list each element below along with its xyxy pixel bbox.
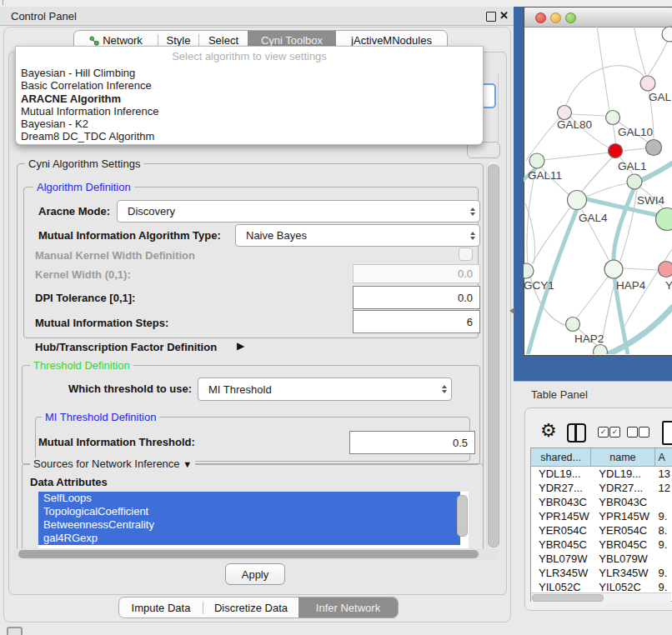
- which-threshold-combo[interactable]: MI Threshold: [198, 378, 452, 401]
- which-threshold-value: MI Threshold: [208, 383, 272, 396]
- algorithm-select-popup: Select algorithm to view settings Bayesi…: [15, 46, 484, 145]
- network-node-gal10[interactable]: [606, 111, 620, 125]
- node-label: GAL10: [618, 126, 653, 138]
- apply-button[interactable]: Apply: [225, 563, 285, 585]
- float-window-icon[interactable]: [486, 12, 496, 22]
- tab-label: Network: [103, 34, 143, 47]
- table-panel-title: Table Panel: [531, 388, 588, 401]
- table-row[interactable]: YBR043CYBR043C: [531, 495, 672, 509]
- data-attribute-item[interactable]: gal4RGexp: [38, 532, 460, 545]
- unchecked-pair-icon[interactable]: [639, 427, 649, 438]
- column-header-name[interactable]: name: [591, 448, 654, 466]
- table-cell: YPR145W: [591, 509, 654, 523]
- settings-hscrollbar-thumb[interactable]: [18, 550, 479, 558]
- close-icon[interactable]: ✕: [499, 9, 509, 22]
- table-hscrollbar-thumb[interactable]: [532, 594, 604, 602]
- gear-icon[interactable]: ⚙: [540, 420, 557, 442]
- panel-splitter-arrow-icon[interactable]: [509, 308, 514, 314]
- table-row[interactable]: YPR145WYPR145W9.: [531, 509, 672, 523]
- columns-icon[interactable]: [567, 423, 586, 442]
- table-cell: YBR043C: [591, 495, 654, 509]
- column-header-a[interactable]: A: [655, 448, 672, 466]
- network-node-hap4[interactable]: [604, 260, 623, 278]
- aracne-mode-label: Aracne Mode:: [38, 205, 110, 218]
- network-node[interactable]: [646, 140, 662, 156]
- network-window-titlebar[interactable]: [524, 8, 672, 28]
- algorithm-popup-item[interactable]: Mutual Information Inference: [16, 105, 483, 118]
- screen: Control Panel ✕ NetworkStyleSelectCyni T…: [0, 0, 672, 635]
- tab-label: Cyni Toolbox: [261, 34, 323, 47]
- node-label: SWI4: [637, 194, 664, 207]
- node-label: GAL1: [618, 160, 647, 172]
- threshold-definition-legend: Threshold Definition: [30, 359, 133, 372]
- aracne-mode-combo[interactable]: Discovery: [117, 200, 480, 222]
- table-cell: 9.: [655, 509, 672, 523]
- bottom-tab-infer-network[interactable]: Infer Network: [298, 598, 398, 618]
- network-node-gal1[interactable]: [609, 144, 623, 158]
- data-attribute-item[interactable]: BetweennessCentrality: [38, 518, 460, 532]
- close-traffic-light-icon[interactable]: [535, 12, 546, 23]
- network-node-y[interactable]: [659, 262, 672, 278]
- algorithm-popup-item[interactable]: Bayesian - K2: [16, 118, 483, 130]
- node-label: HAP2: [574, 332, 604, 345]
- node-label: GAL80: [557, 118, 592, 131]
- algorithm-popup-item[interactable]: Dream8 DC_TDC Algorithm: [16, 130, 483, 142]
- table-cell: YER054C: [531, 523, 591, 538]
- algorithm-popup-item[interactable]: Bayesian - Hill Climbing: [16, 67, 483, 79]
- settings-vscrollbar-thumb[interactable]: [488, 164, 499, 548]
- network-node-gal4[interactable]: [568, 191, 587, 210]
- bottom-tab-discretize-data[interactable]: Discretize Data: [203, 598, 298, 618]
- algorithm-popup-item[interactable]: ARACNE Algorithm: [16, 92, 483, 105]
- network-canvas-svg[interactable]: GALGAL80GAL10GAL1GAL11GAL4SWI4GCY1HAP4YH…: [524, 26, 672, 354]
- mi-steps-input[interactable]: 6: [353, 310, 480, 333]
- table-cell: 9.: [655, 538, 672, 552]
- network-node-swi4[interactable]: [656, 208, 672, 231]
- table-row[interactable]: YDR27...YDR27...12: [531, 481, 672, 495]
- control-panel-title: Control Panel: [11, 10, 77, 22]
- mi-threshold-input[interactable]: 0.5: [349, 431, 475, 454]
- network-node[interactable]: [627, 174, 642, 189]
- combo-stepper-icon: [470, 208, 475, 216]
- hub-expand-arrow-icon[interactable]: ▶: [237, 340, 244, 352]
- mi-type-combo[interactable]: Naive Bayes: [235, 224, 480, 247]
- attributes-scrollbar-thumb[interactable]: [457, 495, 468, 537]
- bottom-tab-impute-data[interactable]: Impute Data: [119, 598, 203, 618]
- checked-pair-icon[interactable]: ✓: [598, 427, 609, 438]
- network-node[interactable]: [662, 27, 672, 42]
- manual-kernel-checkbox[interactable]: [459, 248, 473, 261]
- table-cell: YPR145W: [531, 509, 591, 523]
- minimize-traffic-light-icon[interactable]: [550, 12, 561, 23]
- data-attribute-item[interactable]: TopologicalCoefficient: [38, 505, 460, 518]
- table-row[interactable]: YBL079WYBL079W: [531, 552, 672, 566]
- dpi-tolerance-label: DPI Tolerance [0,1]:: [35, 292, 135, 304]
- network-node-gal[interactable]: [640, 76, 655, 91]
- table-row[interactable]: YER054CYER054C8.: [531, 523, 672, 538]
- bottom-tabbar: Impute DataDiscretize DataInfer Network: [118, 597, 399, 618]
- table-row[interactable]: YLR345WYLR345W9.: [531, 566, 672, 580]
- data-attributes-label: Data Attributes: [30, 476, 108, 488]
- tab-label: jActiveMNodules: [351, 34, 432, 47]
- unchecked-pair-icon[interactable]: [627, 427, 638, 438]
- sources-collapse-arrow-icon[interactable]: ▼: [183, 459, 192, 469]
- aracne-mode-value: Discovery: [128, 205, 175, 218]
- table-row[interactable]: YDL19...YDL19...13: [531, 467, 672, 481]
- column-header-shared[interactable]: shared...: [531, 448, 591, 466]
- zoom-traffic-light-icon[interactable]: [565, 12, 576, 23]
- algorithm-popup-item[interactable]: Basic Correlation Inference: [16, 79, 483, 92]
- checked-pair-icon[interactable]: ✓: [609, 427, 620, 438]
- network-node-hap2[interactable]: [566, 318, 580, 332]
- page-icon[interactable]: [662, 421, 672, 445]
- network-node[interactable]: [594, 345, 608, 355]
- table-cell: YBR045C: [531, 538, 591, 552]
- network-node-gal80[interactable]: [558, 106, 572, 120]
- table-row[interactable]: YBR045CYBR045C9.: [531, 538, 672, 552]
- network-node-gal11[interactable]: [529, 153, 544, 168]
- bottom-left-grip[interactable]: [7, 627, 23, 635]
- data-attribute-item[interactable]: SelfLoops: [38, 492, 460, 505]
- network-node-gcy1[interactable]: [524, 263, 534, 278]
- which-threshold-label: Which threshold to use:: [68, 382, 192, 395]
- mi-steps-label: Mutual Information Steps:: [35, 317, 168, 329]
- kernel-width-input[interactable]: 0.0: [353, 264, 480, 283]
- node-label: GAL: [649, 91, 672, 103]
- dpi-tolerance-input[interactable]: 0.0: [353, 286, 480, 309]
